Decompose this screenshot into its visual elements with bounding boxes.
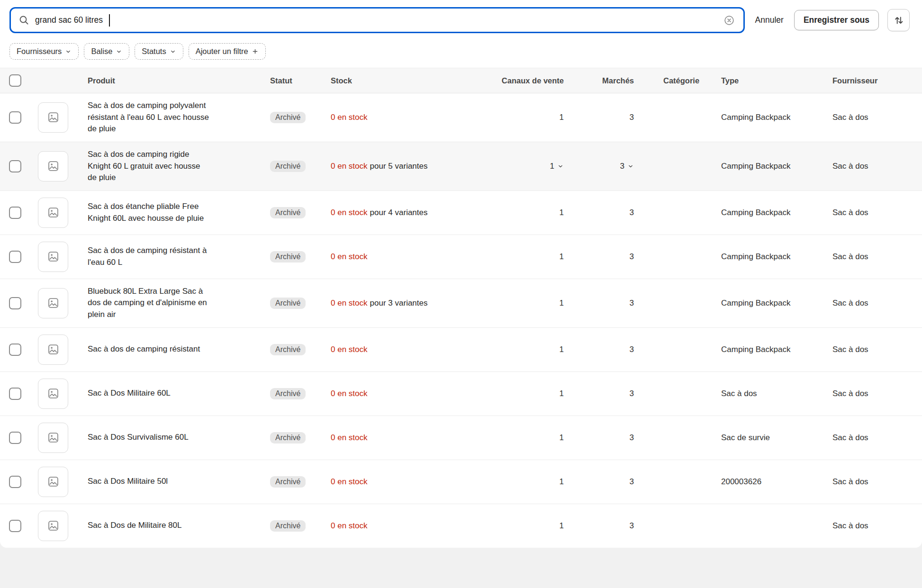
table-row[interactable]: Sac à Dos Militaire 50l Archivé 0 en sto… xyxy=(0,460,922,504)
image-placeholder-icon xyxy=(47,206,60,219)
markets-count: 3 xyxy=(630,389,634,398)
stock-value: 0 en stock xyxy=(331,299,368,308)
column-header-statut[interactable]: Statut xyxy=(270,76,331,85)
stock-value: 0 en stock xyxy=(331,433,368,442)
text-cursor xyxy=(109,14,110,27)
column-header-canaux[interactable]: Canaux de vente xyxy=(487,76,578,85)
row-checkbox[interactable] xyxy=(9,297,21,309)
table-row[interactable]: Sac à Dos Militaire 60L Archivé 0 en sto… xyxy=(0,372,922,416)
product-name[interactable]: Sac à Dos Survivalisme 60L xyxy=(76,432,211,443)
row-checkbox[interactable] xyxy=(9,344,21,356)
plus-icon xyxy=(252,48,259,55)
filter-label: Statuts xyxy=(142,47,166,56)
status-badge: Archivé xyxy=(270,520,306,532)
sales-channels-count: 1 xyxy=(560,477,564,487)
stock-value: 0 en stock xyxy=(331,389,368,398)
search-icon xyxy=(18,15,29,26)
status-badge: Archivé xyxy=(270,476,306,488)
product-name[interactable]: Sac à dos de camping polyvalent résistan… xyxy=(76,100,211,135)
product-name[interactable]: Sac à dos de camping résistant xyxy=(76,344,211,355)
row-checkbox[interactable] xyxy=(9,520,21,532)
type-value: Camping Backpack xyxy=(706,252,816,262)
status-badge: Archivé xyxy=(270,112,306,123)
clear-search-button[interactable] xyxy=(723,14,736,27)
filter-balise[interactable]: Balise xyxy=(84,43,129,60)
product-thumbnail xyxy=(38,467,68,497)
image-placeholder-icon xyxy=(47,250,60,263)
type-value: 200003626 xyxy=(706,477,816,487)
row-checkbox[interactable] xyxy=(9,111,21,124)
column-header-categorie[interactable]: Catégorie xyxy=(640,76,706,85)
row-checkbox[interactable] xyxy=(9,388,21,400)
sales-channels-count: 1 xyxy=(550,162,554,171)
row-checkbox[interactable] xyxy=(9,432,21,444)
sales-channels-count: 1 xyxy=(560,208,564,217)
product-name[interactable]: Sac à dos de camping résistant à l'eau 6… xyxy=(76,245,211,268)
markets-count: 3 xyxy=(630,299,634,308)
table-row[interactable]: Sac à dos de camping rigide Knight 60 L … xyxy=(0,142,922,191)
vendor-value: Sac à dos xyxy=(816,477,922,487)
vendor-value: Sac à dos xyxy=(816,113,922,122)
row-checkbox[interactable] xyxy=(9,207,21,219)
filter-label: Fournisseurs xyxy=(17,47,62,56)
table-row[interactable]: Sac à dos de camping résistant Archivé 0… xyxy=(0,328,922,372)
product-thumbnail xyxy=(38,102,68,133)
type-value: Sac à dos xyxy=(706,389,816,398)
vendor-value: Sac à dos xyxy=(816,299,922,308)
stock-suffix: pour 3 variantes xyxy=(370,299,428,308)
image-placeholder-icon xyxy=(47,343,60,356)
image-placeholder-icon xyxy=(47,519,60,532)
circle-x-icon xyxy=(723,15,735,26)
sales-channels-count: 1 xyxy=(560,433,564,443)
product-name[interactable]: Sac à dos étanche pliable Free Knight 60… xyxy=(76,201,211,224)
type-value: Camping Backpack xyxy=(706,345,816,354)
table-row[interactable]: Sac à dos de camping résistant à l'eau 6… xyxy=(0,235,922,279)
row-checkbox[interactable] xyxy=(9,476,21,488)
status-badge: Archivé xyxy=(270,298,306,309)
vendor-value: Sac à dos xyxy=(816,208,922,217)
product-name[interactable]: Sac à dos de camping rigide Knight 60 L … xyxy=(76,149,211,184)
filter-statuts[interactable]: Statuts xyxy=(135,43,183,60)
filter-fournisseurs[interactable]: Fournisseurs xyxy=(9,43,79,60)
table-row[interactable]: Sac à dos étanche pliable Free Knight 60… xyxy=(0,191,922,235)
status-badge: Archivé xyxy=(270,432,306,443)
column-header-produit[interactable]: Produit xyxy=(76,76,270,85)
product-name[interactable]: Bluebuck 80L Extra Large Sac à dos de ca… xyxy=(76,286,211,321)
image-placeholder-icon xyxy=(47,387,60,400)
column-header-type[interactable]: Type xyxy=(706,76,816,85)
product-thumbnail xyxy=(38,288,68,318)
chevron-down-icon[interactable] xyxy=(557,163,564,170)
markets-count: 3 xyxy=(630,252,634,262)
table-row[interactable]: Bluebuck 80L Extra Large Sac à dos de ca… xyxy=(0,279,922,328)
product-name[interactable]: Sac à Dos Militaire 60L xyxy=(76,388,211,399)
row-checkbox[interactable] xyxy=(9,251,21,263)
sales-channels-count: 1 xyxy=(560,113,564,122)
product-thumbnail xyxy=(38,151,68,181)
product-thumbnail xyxy=(38,423,68,453)
select-all-checkbox[interactable] xyxy=(9,74,21,87)
table-row[interactable]: Sac à dos de camping polyvalent résistan… xyxy=(0,93,922,142)
row-checkbox[interactable] xyxy=(9,160,21,172)
product-thumbnail xyxy=(38,379,68,409)
column-header-stock[interactable]: Stock xyxy=(331,76,487,85)
save-as-button[interactable]: Enregistrer sous xyxy=(794,10,879,30)
chevron-down-icon xyxy=(170,48,176,55)
stock-suffix: pour 4 variantes xyxy=(370,208,428,217)
search-input[interactable]: grand sac 60 litres xyxy=(9,7,745,33)
cancel-button[interactable]: Annuler xyxy=(753,11,786,29)
chevron-down-icon[interactable] xyxy=(627,163,634,170)
column-header-fournisseur[interactable]: Fournisseur xyxy=(816,76,922,85)
stock-value: 0 en stock xyxy=(331,345,368,354)
sales-channels-count: 1 xyxy=(560,252,564,262)
add-filter-button[interactable]: Ajouter un filtre xyxy=(189,43,266,60)
type-value: Camping Backpack xyxy=(706,162,816,171)
table-row[interactable]: Sac à Dos de Militaire 80L Archivé 0 en … xyxy=(0,504,922,548)
column-header-marches[interactable]: Marchés xyxy=(578,76,640,85)
product-name[interactable]: Sac à Dos de Militaire 80L xyxy=(76,520,211,532)
vendor-value: Sac à dos xyxy=(816,252,922,262)
table-row[interactable]: Sac à Dos Survivalisme 60L Archivé 0 en … xyxy=(0,416,922,460)
sales-channels-count: 1 xyxy=(560,299,564,308)
product-name[interactable]: Sac à Dos Militaire 50l xyxy=(76,476,211,488)
type-value: Camping Backpack xyxy=(706,299,816,308)
sort-button[interactable] xyxy=(887,9,910,31)
